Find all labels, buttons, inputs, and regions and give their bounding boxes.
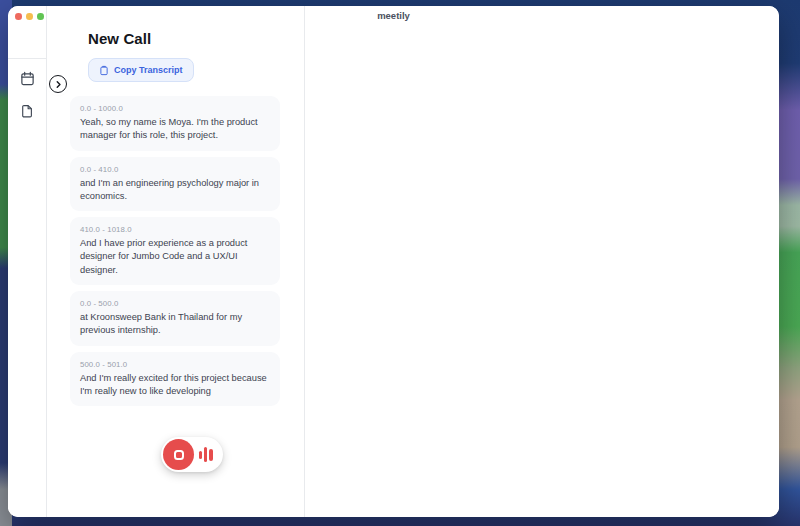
sidebar-collapse-toggle[interactable] <box>49 75 67 93</box>
main-panel <box>305 6 779 517</box>
minimize-button[interactable] <box>26 13 33 20</box>
close-button[interactable] <box>15 13 22 20</box>
segment-timestamp: 0.0 - 410.0 <box>80 165 270 174</box>
sidebar-item-notes[interactable] <box>19 105 35 121</box>
copy-transcript-label: Copy Transcript <box>114 65 183 75</box>
segment-text: and I'm an engineering psychology major … <box>80 177 270 204</box>
transcript-segment: 0.0 - 410.0 and I'm an engineering psych… <box>70 157 280 212</box>
audio-bar <box>209 449 212 461</box>
audio-bar <box>199 451 202 459</box>
segment-text: And I have prior experience as a product… <box>80 237 270 277</box>
transcript-segment: 0.0 - 1000.0 Yeah, so my name is Moya. I… <box>70 96 280 151</box>
calendar-icon <box>20 71 35 90</box>
segment-timestamp: 500.0 - 501.0 <box>80 360 270 369</box>
document-icon <box>20 104 34 122</box>
window-controls <box>15 13 44 20</box>
segment-timestamp: 0.0 - 1000.0 <box>80 104 270 113</box>
recorder-pill <box>161 437 223 472</box>
copy-transcript-button[interactable]: Copy Transcript <box>88 58 194 82</box>
transcript-segment: 0.0 - 500.0 at Kroonsweep Bank in Thaila… <box>70 291 280 346</box>
segment-timestamp: 410.0 - 1018.0 <box>80 225 270 234</box>
transcript-panel: New Call Copy Transcript 0.0 - 1000.0 Ye… <box>47 6 305 517</box>
segment-text: Yeah, so my name is Moya. I'm the produc… <box>80 116 270 143</box>
segment-text: at Kroonsweep Bank in Thailand for my pr… <box>80 311 270 338</box>
page-title: New Call <box>88 30 304 47</box>
sidebar-item-meetings[interactable] <box>19 72 35 88</box>
chevron-right-icon <box>54 80 63 89</box>
sidebar <box>8 6 47 517</box>
zoom-button[interactable] <box>37 13 44 20</box>
clipboard-icon <box>99 65 109 76</box>
stop-recording-button[interactable] <box>163 439 194 470</box>
audio-bar <box>204 447 207 462</box>
transcript-segment: 500.0 - 501.0 And I'm really excited for… <box>70 352 280 407</box>
app-window: meetily <box>8 6 779 517</box>
transcript-segment: 410.0 - 1018.0 And I have prior experien… <box>70 217 280 285</box>
transcript-list: 0.0 - 1000.0 Yeah, so my name is Moya. I… <box>47 96 304 406</box>
stop-icon <box>174 450 184 460</box>
window-body: New Call Copy Transcript 0.0 - 1000.0 Ye… <box>8 6 779 517</box>
audio-levels-icon <box>199 447 213 462</box>
desktop: { "window": { "title": "meetily", "traff… <box>0 0 800 526</box>
segment-text: And I'm really excited for this project … <box>80 372 270 399</box>
segment-timestamp: 0.0 - 500.0 <box>80 299 270 308</box>
sidebar-nav <box>8 59 46 121</box>
